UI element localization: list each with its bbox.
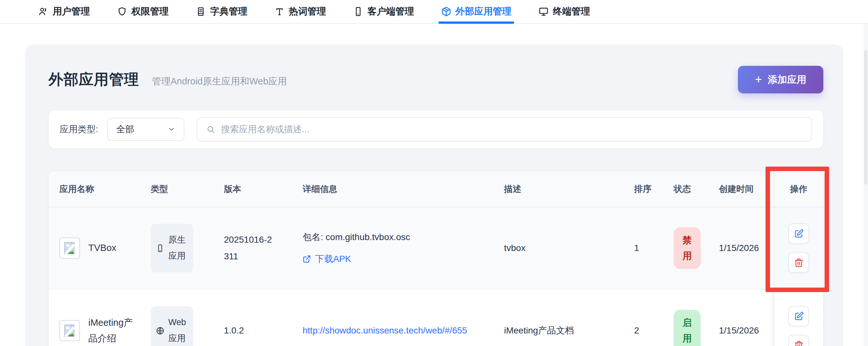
- created-date: 1/15/2026: [719, 325, 759, 336]
- type-badge-native: 原生应用: [151, 224, 193, 273]
- external-link-icon: [303, 255, 311, 263]
- broken-image-icon: [59, 238, 80, 259]
- dictionary-icon: [196, 6, 206, 17]
- text-icon: [274, 6, 285, 17]
- header-version: 版本: [224, 171, 303, 207]
- tab-label: 外部应用管理: [456, 5, 512, 18]
- actions-cell: [774, 207, 823, 289]
- description-text: tvbox: [504, 243, 526, 253]
- header-status: 状态: [668, 171, 707, 207]
- details-cell: 包名: com.github.tvbox.osc 下载APK: [303, 207, 504, 289]
- shield-icon: [117, 6, 127, 17]
- app-type-select[interactable]: 全部: [107, 118, 184, 141]
- app-name: TVBox: [88, 240, 140, 256]
- tab-user-management[interactable]: 用户管理: [38, 0, 90, 23]
- active-tab-underline: [438, 22, 514, 24]
- header-sort: 排序: [634, 171, 668, 207]
- plus-icon: +: [755, 73, 762, 85]
- tab-label: 客户端管理: [368, 5, 414, 18]
- cube-icon: [441, 6, 451, 17]
- tab-label: 终端管理: [553, 5, 590, 18]
- tab-external-app-management[interactable]: 外部应用管理: [441, 0, 512, 23]
- filter-bar: 应用类型: 全部: [49, 110, 823, 148]
- sort-cell: 2: [634, 289, 668, 346]
- header-created: 创建时间: [707, 171, 774, 207]
- description-cell: iMeeting产品文档: [504, 289, 634, 346]
- details-cell: http://showdoc.unissense.tech/web/#/655: [303, 289, 504, 346]
- table-row-imeeting: iMeeting产品介绍 Web应用 1.0.2 http://showdoc.…: [49, 289, 823, 346]
- title-wrap: 外部应用管理 管理Android原生应用和Web应用: [49, 70, 287, 90]
- screen: 用户管理 权限管理 字典管理 热词管理 客户端管理 外部应用管理 终端管理: [0, 0, 868, 346]
- trash-icon: [794, 340, 804, 346]
- search-icon: [206, 125, 215, 134]
- external-app-panel: 外部应用管理 管理Android原生应用和Web应用 + 添加应用 应用类型: …: [25, 44, 843, 346]
- app-type-cell: Web应用: [151, 289, 224, 346]
- actions-group: [788, 223, 809, 273]
- header-type: 类型: [151, 171, 224, 207]
- actions-cell: [774, 289, 823, 346]
- users-icon: [38, 6, 49, 17]
- type-badge-label: Web应用: [168, 315, 188, 346]
- trash-icon: [794, 258, 804, 268]
- add-app-button-label: 添加应用: [768, 73, 806, 86]
- add-app-button[interactable]: + 添加应用: [738, 66, 823, 94]
- header-description: 描述: [504, 171, 634, 207]
- type-badge-web: Web应用: [151, 306, 193, 346]
- page-subtitle: 管理Android原生应用和Web应用: [152, 75, 287, 88]
- edit-button[interactable]: [788, 223, 809, 244]
- description-cell: tvbox: [504, 207, 634, 289]
- tab-client-management[interactable]: 客户端管理: [353, 0, 414, 23]
- delete-button[interactable]: [788, 335, 809, 346]
- tab-dictionary-management[interactable]: 字典管理: [196, 0, 247, 23]
- created-date: 1/15/2026: [719, 243, 759, 253]
- app-type-label: 应用类型:: [60, 123, 98, 135]
- search-box: [196, 117, 812, 142]
- tab-terminal-management[interactable]: 终端管理: [538, 0, 590, 23]
- broken-image-icon: [59, 320, 80, 341]
- smartphone-icon: [353, 6, 363, 17]
- top-tabbar: 用户管理 权限管理 字典管理 热词管理 客户端管理 外部应用管理 终端管理: [0, 0, 868, 24]
- table-header-row: 应用名称 类型 版本 详细信息 描述 排序 状态 创建时间 操作: [49, 171, 823, 207]
- edit-icon: [794, 229, 804, 239]
- created-cell: 1/15/2026: [707, 289, 774, 346]
- app-type-selected-value: 全部: [116, 123, 134, 135]
- version-text: 20251016-2311: [224, 232, 277, 265]
- chevron-down-icon: [168, 126, 176, 133]
- tab-permission-management[interactable]: 权限管理: [117, 0, 169, 23]
- scrollbar-thumb[interactable]: [864, 50, 867, 185]
- tab-label: 热词管理: [289, 5, 326, 18]
- type-badge-label: 原生应用: [168, 232, 188, 264]
- header-app-name: 应用名称: [49, 171, 151, 207]
- status-badge-disabled: 禁用: [674, 227, 701, 269]
- tab-hotword-management[interactable]: 热词管理: [274, 0, 326, 23]
- header-details: 详细信息: [303, 171, 504, 207]
- app-name: iMeeting产品介绍: [88, 315, 140, 346]
- monitor-icon: [538, 6, 549, 17]
- actions-group: [788, 306, 809, 346]
- version-text: 1.0.2: [224, 322, 277, 339]
- smartphone-icon: [156, 244, 164, 252]
- status-label: 禁用: [682, 232, 692, 264]
- edit-button[interactable]: [788, 306, 809, 326]
- download-apk-label: 下载APK: [315, 253, 351, 265]
- sort-cell: 1: [634, 207, 668, 289]
- page-title: 外部应用管理: [49, 70, 139, 90]
- status-label: 启用: [682, 315, 692, 346]
- version-cell: 20251016-2311: [224, 207, 303, 289]
- scrollbar-track: [864, 24, 868, 346]
- page-header: 外部应用管理 管理Android原生应用和Web应用 + 添加应用: [49, 64, 823, 96]
- app-url-link[interactable]: http://showdoc.unissense.tech/web/#/655: [303, 325, 474, 336]
- sort-value: 2: [634, 325, 639, 336]
- header-actions: 操作: [774, 171, 823, 207]
- app-name-cell: TVBox: [49, 207, 151, 289]
- edit-icon: [794, 311, 804, 321]
- tab-label: 权限管理: [131, 5, 169, 18]
- status-cell: 禁用: [668, 207, 707, 289]
- package-name: 包名: com.github.tvbox.osc: [303, 231, 410, 243]
- tab-label: 字典管理: [210, 5, 247, 18]
- download-apk-link[interactable]: 下载APK: [303, 253, 410, 265]
- app-name-cell: iMeeting产品介绍: [49, 289, 151, 346]
- app-type-cell: 原生应用: [151, 207, 224, 289]
- search-input[interactable]: [221, 124, 803, 135]
- delete-button[interactable]: [788, 252, 809, 273]
